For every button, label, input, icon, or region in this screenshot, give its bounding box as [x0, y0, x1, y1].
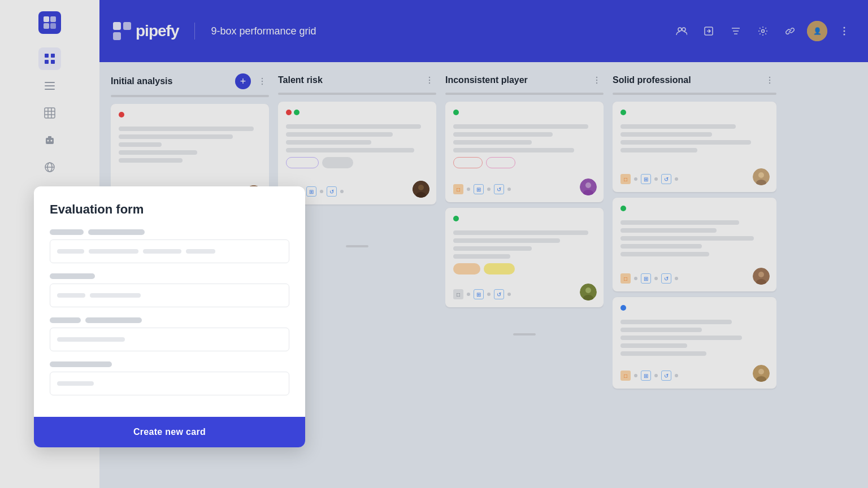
eval-input-2[interactable] — [50, 284, 289, 307]
input-placeholder — [57, 337, 125, 342]
eval-field-group-1 — [50, 229, 289, 263]
ph-chunk — [57, 381, 94, 386]
input-placeholder — [57, 293, 141, 298]
eval-field-group-4 — [50, 361, 289, 395]
ph-chunk — [57, 293, 85, 298]
ph-chunk — [186, 249, 215, 254]
field-label-part — [88, 229, 145, 235]
ph-chunk — [57, 249, 84, 254]
ph-chunk — [89, 249, 138, 254]
eval-input-1[interactable] — [50, 239, 289, 263]
input-placeholder — [57, 381, 94, 386]
field-label-part — [50, 317, 81, 323]
field-label-part — [50, 229, 84, 235]
eval-form-title: Evaluation form — [50, 202, 289, 217]
ph-chunk — [57, 337, 125, 342]
field-label-2 — [50, 273, 95, 279]
ph-chunk — [143, 249, 181, 254]
eval-field-group-3 — [50, 317, 289, 351]
field-label-part — [85, 317, 142, 323]
eval-input-3[interactable] — [50, 328, 289, 351]
create-new-card-button[interactable]: Create new card — [133, 427, 206, 437]
input-placeholder — [57, 249, 215, 254]
eval-input-4[interactable] — [50, 372, 289, 395]
ph-chunk — [90, 293, 141, 298]
eval-modal-footer: Create new card — [34, 417, 305, 447]
field-label-4 — [50, 361, 112, 367]
evaluation-form-modal: Evaluation form — [34, 186, 305, 447]
eval-modal-body: Evaluation form — [34, 186, 305, 417]
eval-field-group-2 — [50, 273, 289, 307]
